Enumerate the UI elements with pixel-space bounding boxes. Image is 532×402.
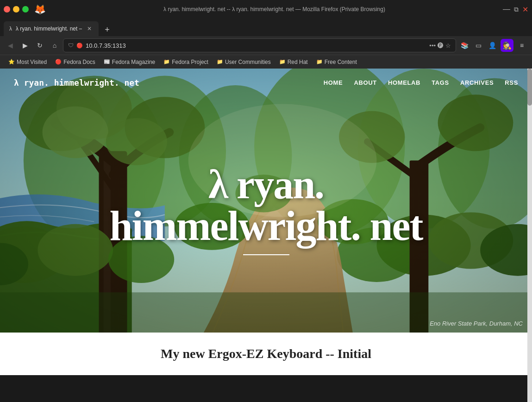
bookmark-user-communities[interactable]: 📁 User Communities <box>213 57 275 67</box>
bookmark-fedora-magazine[interactable]: 📰 Fedora Magazine <box>100 57 159 67</box>
star-icon: ⭐ <box>8 59 15 65</box>
minimize-button[interactable] <box>13 6 19 13</box>
tab-close-icon[interactable]: ✕ <box>86 25 93 32</box>
bookmark-most-visited[interactable]: ⭐ Most Visited <box>5 57 50 67</box>
home-icon: ⌂ <box>53 42 56 49</box>
sidebar-button[interactable]: ▭ <box>472 39 485 52</box>
more-options-icon[interactable]: ••• <box>429 42 436 49</box>
hamburger-icon: ≡ <box>520 42 524 49</box>
pocket-icon[interactable]: 🅟 <box>438 42 444 49</box>
bookmark-fedora-docs[interactable]: 🔴 Fedora Docs <box>51 57 99 67</box>
hero-title-line1: λ ryan. <box>110 164 423 205</box>
nav-homelab[interactable]: HOMELAB <box>388 79 420 86</box>
bookmark-label: Fedora Docs <box>63 59 95 65</box>
site-header: λ ryan. himmelwright. net HOME ABOUT HOM… <box>0 69 532 97</box>
active-tab[interactable]: λ λ ryan. himmelwright. net – ✕ <box>4 21 99 36</box>
home-button[interactable]: ⌂ <box>48 39 61 52</box>
window-restore-icon[interactable]: ⧉ <box>514 6 519 13</box>
below-fold-section: My new Ergox-EZ Keyboard -- Initial <box>0 333 532 375</box>
back-icon: ◀ <box>8 42 13 49</box>
reload-button[interactable]: ↻ <box>33 39 46 52</box>
hero-caption: Eno River State Park, Durham, NC <box>430 320 523 327</box>
bookmark-label: Fedora Magazine <box>112 59 155 65</box>
sidebar-icon: ▭ <box>476 42 482 49</box>
bitwarden-icon: 🔴 <box>76 43 83 49</box>
forward-button[interactable]: ▶ <box>19 39 31 52</box>
bookmark-star-icon[interactable]: ☆ <box>445 42 451 49</box>
bookmark-fedora-project[interactable]: 📁 Fedora Project <box>160 57 212 67</box>
hero-title-line2: himmelwright. net <box>110 205 423 247</box>
private-browsing-badge: 🕵 <box>501 39 513 52</box>
nav-extra-buttons: 📚 ▭ 👤 <box>458 39 499 52</box>
tab-bar: λ λ ryan. himmelwright. net – ✕ + <box>0 19 532 36</box>
maximize-button[interactable] <box>22 6 29 13</box>
security-shield-icon: 🛡 <box>68 42 74 49</box>
folder-icon: 📁 <box>163 59 170 65</box>
reload-icon: ↻ <box>37 42 43 49</box>
folder-icon: 📁 <box>217 59 223 65</box>
nav-bar: ◀ ▶ ↻ ⌂ 🛡 🔴 10.0.7.35:1313 ••• 🅟 ☆ 📚 <box>0 36 532 55</box>
hero-title: λ ryan. himmelwright. net <box>110 164 423 247</box>
back-button[interactable]: ◀ <box>4 39 17 52</box>
tab-title: λ ryan. himmelwright. net – <box>16 25 82 32</box>
library-icon: 📚 <box>461 42 469 49</box>
hero-divider <box>243 254 289 255</box>
firefox-logo-icon: 🦊 <box>34 4 46 15</box>
bookmark-red-hat[interactable]: 📁 Red Hat <box>275 57 312 67</box>
menu-button[interactable]: ≡ <box>515 39 528 52</box>
bookmark-label: Fedora Project <box>172 59 208 65</box>
nav-archives[interactable]: ARCHIVES <box>460 79 494 86</box>
website-content: λ ryan. himmelwright. net HOME ABOUT HOM… <box>0 69 532 402</box>
url-text: 10.0.7.35:1313 <box>86 42 426 49</box>
title-bar: 🦊 λ ryan. himmelwright. net -- λ ryan. h… <box>0 0 532 19</box>
forward-icon: ▶ <box>23 42 28 49</box>
window-close-icon[interactable]: ✕ <box>522 5 528 14</box>
url-bar[interactable]: 🛡 🔴 10.0.7.35:1313 ••• 🅟 ☆ <box>63 38 456 52</box>
bookmark-label: Free Content <box>325 59 357 65</box>
tab-favicon-icon: λ <box>9 25 12 32</box>
bookmark-free-content[interactable]: 📁 Free Content <box>313 57 361 67</box>
window-title: λ ryan. himmelwright. net -- λ ryan. him… <box>50 6 499 13</box>
folder-icon: 📁 <box>279 59 286 65</box>
nav-rss[interactable]: RSS <box>505 79 518 86</box>
account-icon: 👤 <box>488 42 496 49</box>
nav-tags[interactable]: TAGS <box>432 79 449 86</box>
bookmark-label: Most Visited <box>17 59 47 65</box>
account-button[interactable]: 👤 <box>486 39 499 52</box>
new-tab-button[interactable]: + <box>100 23 113 36</box>
hero-content: λ ryan. himmelwright. net <box>0 69 532 333</box>
below-fold-title: My new Ergox-EZ Keyboard -- Initial <box>9 346 523 361</box>
window-controls <box>4 6 29 13</box>
private-mask-icon: 🕵 <box>502 41 512 50</box>
url-host: 10.0.7.35:1313 <box>86 42 126 49</box>
bookmarks-bar: ⭐ Most Visited 🔴 Fedora Docs 📰 Fedora Ma… <box>0 55 532 69</box>
window-minimize-icon[interactable]: — <box>503 5 510 13</box>
url-actions: ••• 🅟 ☆ <box>429 42 451 49</box>
library-button[interactable]: 📚 <box>458 39 471 52</box>
hero-section: λ ryan. himmelwright. net HOME ABOUT HOM… <box>0 69 532 333</box>
bookmark-label: Red Hat <box>288 59 308 65</box>
site-logo[interactable]: λ ryan. himmelwright. net <box>14 78 139 88</box>
scrollbar[interactable] <box>527 69 532 402</box>
fedora-magazine-icon: 📰 <box>104 59 110 65</box>
site-nav: HOME ABOUT HOMELAB TAGS ARCHIVES RSS <box>324 79 518 86</box>
nav-about[interactable]: ABOUT <box>354 79 376 86</box>
bookmark-label: User Communities <box>225 59 271 65</box>
nav-home[interactable]: HOME <box>324 79 343 86</box>
fedora-docs-icon: 🔴 <box>55 59 62 65</box>
close-button[interactable] <box>4 6 10 13</box>
folder-icon: 📁 <box>316 59 323 65</box>
